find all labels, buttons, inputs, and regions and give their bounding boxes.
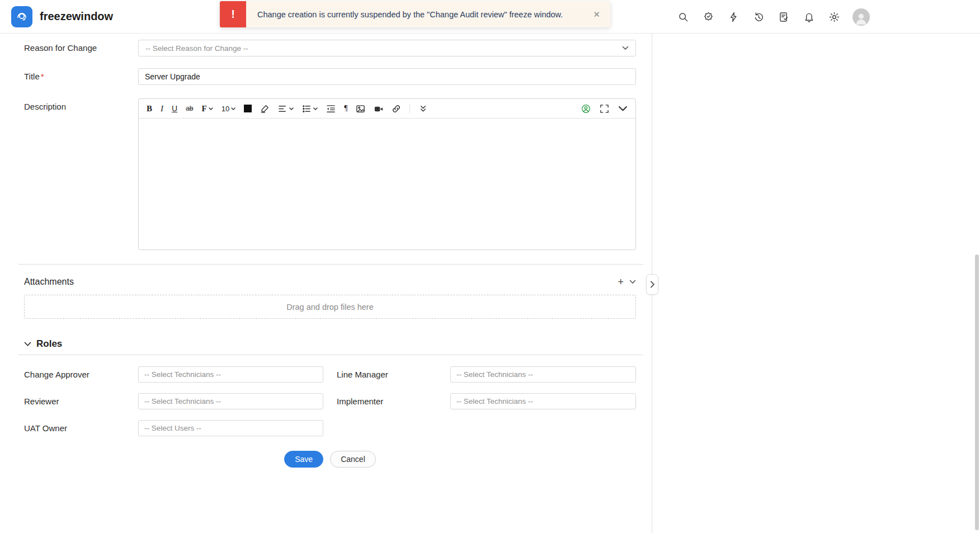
align-left-icon [278, 104, 288, 114]
insert-video-icon[interactable] [374, 104, 383, 114]
attachments-label: Attachments [24, 277, 74, 287]
fullscreen-icon[interactable] [600, 104, 609, 114]
editor-toolbar: B I U ab F 10 [139, 99, 635, 119]
add-attachment-icon[interactable]: + [618, 277, 624, 287]
header-icon-strip [676, 0, 870, 34]
title-input[interactable] [138, 68, 636, 85]
caret-down-icon [313, 107, 318, 110]
insert-link-icon[interactable] [392, 104, 401, 114]
description-label: Description [24, 98, 138, 111]
roles-label: Roles [36, 338, 62, 350]
more-tools-icon[interactable] [418, 104, 428, 114]
title-label: Title* [24, 68, 138, 81]
attachments-actions: + [618, 277, 636, 287]
list-dropdown[interactable] [302, 104, 318, 114]
underline-icon[interactable]: U [172, 105, 177, 112]
right-panel [652, 34, 980, 533]
alert-close-icon[interactable]: ✕ [583, 10, 610, 20]
alert-message: Change creation is currently suspended b… [246, 10, 574, 19]
change-approver-input[interactable] [138, 366, 323, 383]
font-family-label: F [202, 105, 207, 113]
attachments-header: Attachments + [24, 277, 636, 287]
search-icon[interactable] [676, 10, 690, 23]
task-review-icon[interactable] [777, 10, 790, 23]
implementer-input[interactable] [450, 393, 636, 409]
font-family-dropdown[interactable]: F [202, 105, 213, 113]
save-button[interactable]: Save [284, 451, 323, 468]
toolbar-separator [409, 104, 410, 113]
cancel-button[interactable]: Cancel [330, 451, 376, 468]
uat-owner-input[interactable] [138, 420, 323, 436]
reason-for-change-select[interactable]: -- Select Reason for Change -- [138, 40, 636, 56]
font-size-dropdown[interactable]: 10 [222, 105, 235, 112]
line-manager-input[interactable] [450, 366, 636, 383]
gear-icon[interactable] [827, 10, 841, 23]
editor-collapse-icon[interactable] [618, 104, 628, 114]
color-swatch [244, 105, 252, 112]
change-form: Reason for Change -- Select Reason for C… [0, 34, 652, 533]
reviewer-label: Reviewer [24, 397, 138, 406]
indent-icon[interactable] [326, 104, 336, 114]
font-size-value: 10 [222, 105, 229, 112]
alert-exclamation-icon: ! [220, 1, 246, 27]
person-icon [854, 11, 869, 26]
dropzone-text: Drag and drop files here [286, 303, 374, 312]
bullet-list-icon [302, 104, 312, 114]
align-dropdown[interactable] [278, 104, 294, 114]
mention-user-icon[interactable] [581, 104, 591, 114]
reviewer-input[interactable] [138, 393, 323, 409]
roles-section-toggle[interactable]: Roles [24, 338, 636, 350]
reason-placeholder: -- Select Reason for Change -- [145, 44, 248, 53]
history-icon[interactable] [752, 10, 765, 23]
headset-logo-icon [15, 10, 29, 23]
bell-icon[interactable] [802, 10, 816, 23]
uat-owner-label: UAT Owner [24, 423, 138, 433]
implementer-label: Implementer [323, 397, 450, 406]
freeze-alert-banner: ! Change creation is currently suspended… [220, 1, 610, 27]
app-header: freezewindow ! Change creation is curren… [0, 0, 980, 34]
title-label-text: Title [24, 72, 40, 81]
description-editor: B I U ab F 10 [138, 98, 636, 250]
caret-down-icon [289, 107, 294, 110]
chevron-down-icon [24, 342, 31, 347]
file-dropzone[interactable]: Drag and drop files here [24, 295, 636, 319]
toolbar-right-group [581, 104, 628, 114]
section-divider [18, 264, 643, 265]
main-area: Reason for Change -- Select Reason for C… [0, 34, 980, 533]
chevron-down-icon [622, 46, 629, 50]
paragraph-glyph: ¶ [344, 105, 347, 112]
badge-icon[interactable] [701, 10, 715, 23]
paragraph-direction-icon[interactable]: ¶ [344, 105, 347, 112]
bold-icon[interactable]: B [147, 105, 152, 113]
strikethrough-icon[interactable]: ab [186, 105, 193, 112]
required-asterisk: * [41, 72, 44, 81]
insert-image-icon[interactable] [356, 104, 365, 114]
caret-down-icon [231, 107, 235, 110]
vertical-scrollbar-thumb[interactable] [975, 254, 979, 530]
reason-for-change-label: Reason for Change [24, 40, 138, 53]
caret-down-icon [209, 107, 213, 110]
attachments-collapse-icon[interactable] [629, 280, 636, 284]
description-textarea[interactable] [139, 119, 635, 250]
lightning-icon[interactable] [727, 10, 740, 23]
highlight-pen-icon[interactable] [260, 104, 270, 114]
roles-divider [18, 355, 643, 355]
chevron-right-icon [650, 281, 655, 288]
roles-grid: Change Approver Line Manager Reviewer Im… [24, 366, 636, 436]
italic-icon[interactable]: I [161, 105, 163, 113]
font-color-button[interactable] [244, 105, 252, 112]
avatar[interactable] [852, 8, 870, 26]
form-actions: Save Cancel [24, 451, 636, 468]
change-approver-label: Change Approver [24, 370, 138, 379]
page-title: freezewindow [40, 10, 113, 23]
line-manager-label: Line Manager [323, 370, 450, 379]
panel-expand-button[interactable] [646, 274, 658, 295]
app-logo[interactable] [11, 6, 32, 27]
